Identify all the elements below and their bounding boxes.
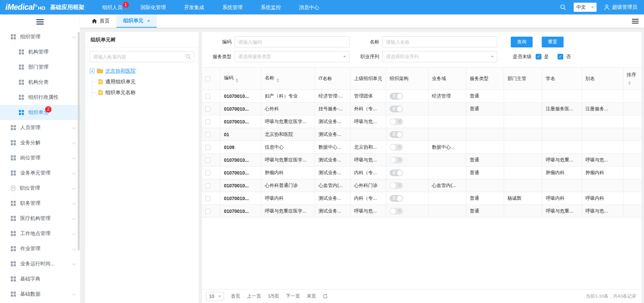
leaf-no-checkbox[interactable]: ✓ [558,54,563,60]
row-checkbox[interactable] [205,132,210,137]
top-menu-item-系统管理[interactable]: 系统管理 [213,0,252,14]
cell-alias [582,90,623,103]
sidebar-item-机构管理[interactable]: 机构管理 [0,44,80,60]
sidebar-scrollbar[interactable] [78,32,80,251]
architecture-toggle[interactable]: 否 [390,208,403,215]
row-checkbox[interactable] [205,171,210,176]
code-input[interactable] [235,36,350,47]
occupation-series-select[interactable]: 请选择职业序列 [382,51,497,62]
architecture-toggle[interactable]: 否 [390,118,403,125]
row-checkbox[interactable] [205,145,210,150]
sidebar-item-业务运行时间...[interactable]: 业务运行时间... [0,256,80,271]
prev-page-button[interactable]: 上一页 [247,293,261,299]
row-checkbox[interactable] [205,196,210,201]
sort-icons[interactable] [628,81,631,85]
table-row: 01070010...妇产（科）专业经济管理-...管理团体是经济管理普通 [202,90,642,103]
sidebar-item-作业管理[interactable]: 作业管理 [0,241,80,256]
row-checkbox[interactable] [205,209,210,214]
cell-it-name: 数据中心... [315,141,351,154]
next-page-button[interactable]: 下一页 [286,293,300,299]
expand-icon[interactable]: + [90,69,95,73]
grid-icon [11,155,16,160]
notification-badge: 2 [45,106,51,113]
sidebar-item-业务单元管理[interactable]: 业务单元管理 [0,165,80,181]
sidebar-item-基础字典[interactable]: 基础字典 [0,271,80,287]
page-size-select[interactable]: 10 [206,292,224,301]
row-checkbox[interactable] [205,107,210,112]
column-header-label: 编码 [224,75,233,80]
close-icon[interactable]: × [147,18,150,24]
search-button[interactable]: 查询 [511,37,533,47]
cell-business-domain [428,166,466,179]
architecture-toggle[interactable]: 是 [390,169,403,176]
row-checkbox[interactable] [205,158,210,163]
chevron-down-icon [72,155,76,159]
top-menu-item-开发集成[interactable]: 开发集成 [175,0,213,14]
architecture-toggle[interactable]: 是 [390,131,403,138]
table-body: 01070010...妇产（科）专业经济管理-...管理团体是经济管理普通010… [202,90,642,218]
search-icon[interactable] [560,4,566,10]
tree-node-label[interactable]: 北京协和医院 [105,68,136,74]
cell-alias: 注册服务... [582,103,623,115]
architecture-toggle[interactable]: 否 [390,157,403,163]
chevron-down-icon [72,261,76,265]
tree-search-input[interactable] [90,51,194,62]
sidebar-item-人员管理[interactable]: 人员管理 [0,120,80,135]
sidebar-item-职位管理[interactable]: 职位管理 [0,181,80,196]
last-page-button[interactable]: 末页 [307,293,316,299]
sidebar-item-机构分类[interactable]: 机构分类 [0,75,80,90]
cell-business-domain: 心血管内(... [428,179,466,192]
top-menu-item-消息中心[interactable]: 消息中心 [290,0,328,14]
service-type-select[interactable]: 请选择服务类型 [235,51,350,62]
language-select[interactable]: 中文 [574,3,597,12]
sidebar-item-基础数据[interactable]: 基础数据 [0,287,80,302]
sidebar-item-部门管理[interactable]: 部门管理 [0,60,80,75]
architecture-toggle[interactable]: 否 [390,182,403,189]
tree-node[interactable]: 通用组织单元 [93,76,194,87]
architecture-toggle[interactable]: 否 [390,144,403,151]
reset-button[interactable]: 重置 [542,37,564,47]
row-checkbox[interactable] [205,183,210,188]
sort-icons[interactable] [236,78,238,82]
refresh-icon[interactable] [323,294,328,299]
sidebar-item-岗位管理[interactable]: 岗位管理 [0,150,80,165]
name-input[interactable] [382,36,497,47]
sidebar-item-医疗机构管理[interactable]: 医疗机构管理 [0,211,80,226]
first-page-button[interactable]: 首页 [231,293,240,299]
cell-department-manager [504,141,542,154]
tab-home[interactable]: 首页 [85,14,116,28]
sidebar-item-组织行政属性[interactable]: 组织行政属性 [0,90,80,105]
top-menu-item-系统监控[interactable]: 系统监控 [252,0,290,14]
tab-org-unit[interactable]: 组织单元 × [116,14,157,28]
sort-icons[interactable] [277,78,279,82]
top-menu-item-组织人员[interactable]: 组织人员1 [93,0,132,14]
architecture-toggle[interactable]: 是 [390,195,403,202]
toggle-knob [397,132,402,137]
cell-sort-order [623,141,642,154]
select-all-checkbox[interactable] [205,76,210,81]
row-checkbox[interactable] [205,94,210,99]
sidebar-item-组织管理[interactable]: 组织管理 [0,29,80,44]
user-menu[interactable]: 超级管理员 [604,4,637,10]
sidebar-item-职务管理[interactable]: 职务管理 [0,196,80,211]
sidebar-collapse-button[interactable] [0,14,80,29]
sidebar-item-业务分解[interactable]: 业务分解 [0,135,80,150]
tab-list-button[interactable] [632,14,644,28]
tree-node-label: 组织单元名称 [105,89,136,96]
architecture-toggle[interactable]: 是 [390,106,403,112]
tree-node[interactable]: 组织单元名称 [93,87,194,98]
top-menu-item-国际化管理[interactable]: 国际化管理 [132,0,175,14]
search-icon[interactable] [185,54,191,61]
chevron-down-icon [72,246,76,250]
cell-code: 01070010... [220,179,261,192]
sidebar-item-组织单元[interactable]: 组织单元2 [0,105,80,120]
occupation-series-label: 职业序列 [350,54,379,60]
architecture-toggle[interactable]: 是 [390,93,403,100]
record-summary: 当前1-10条，共43条记录 [586,293,636,299]
row-select-cell [202,154,220,166]
sidebar-item-工作地点管理[interactable]: 工作地点管理 [0,226,80,241]
tree-root-node[interactable]: + 北京协和医院 [90,66,194,76]
leaf-yes-checkbox[interactable]: ✓ [536,54,541,60]
sort-asc-icon [236,78,238,80]
row-checkbox[interactable] [205,119,210,124]
